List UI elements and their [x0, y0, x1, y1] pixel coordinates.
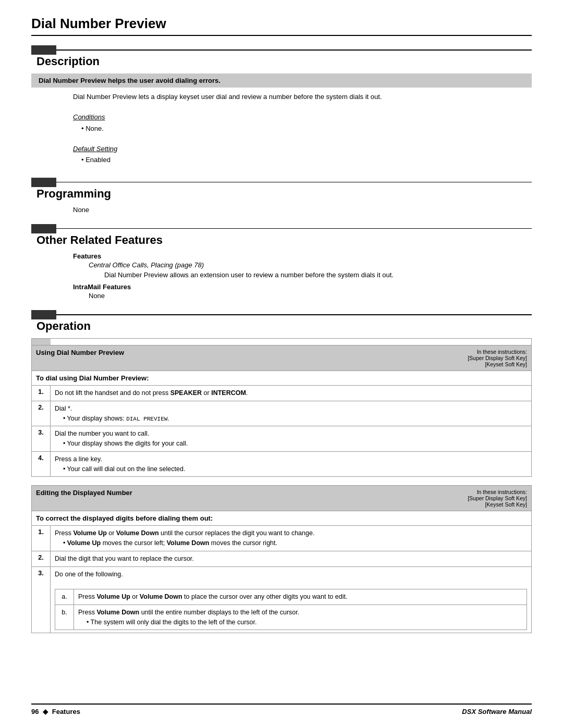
nested-b-content: Press Volume Down until the entire numbe…	[74, 604, 527, 630]
feature-desc: Dial Number Preview allows an extension …	[104, 270, 532, 280]
intercom-bold: INTERCOM	[211, 389, 246, 397]
using-dial-number-preview-table: Using Dial Number Preview In these instr…	[31, 338, 532, 477]
description-bar	[31, 45, 56, 55]
vol-down-bullet: Volume Down	[167, 539, 210, 547]
description-highlight: Dial Number Preview helps the user avoid…	[31, 73, 532, 88]
conditions-label: Conditions	[73, 112, 532, 122]
description-label: Description	[36, 55, 100, 68]
footer-left: 96 ◆ Features	[31, 708, 80, 715]
table1-header-main-cell	[32, 339, 51, 345]
default-enabled: • Enabled	[81, 155, 532, 165]
step4-num: 4.	[32, 451, 51, 477]
table2-step3: 3. Do one of the following. a. Press Vol…	[32, 566, 532, 633]
table1-header-note: In these instructions: [Super Display So…	[468, 349, 527, 367]
step3-num: 3.	[32, 426, 51, 452]
footer-right: DSX Software Manual	[462, 708, 532, 715]
step3-content: Dial the number you want to call. • Your…	[51, 426, 532, 452]
vol-down-1: Volume Down	[116, 529, 159, 537]
intramail-content: None	[89, 292, 532, 300]
description-body: Dial Number Preview lets a display keyse…	[73, 92, 532, 165]
table2-step1: 1. Press Volume Up or Volume Down until …	[32, 526, 532, 551]
vol-up-1: Volume Up	[73, 529, 106, 537]
footer-features: Features	[52, 708, 80, 715]
title-divider	[31, 35, 532, 36]
t2-step2-content: Dial the digit that you want to replace …	[51, 551, 532, 566]
table1-step4: 4. Press a line key. • Your call will di…	[32, 451, 532, 477]
table1-step1: 1. Do not lift the handset and do not pr…	[32, 386, 532, 401]
programming-label: Programming	[36, 187, 111, 200]
step4-content: Press a line key. • Your call will dial …	[51, 451, 532, 477]
table2-header-title: Editing the Displayed Number	[36, 489, 132, 497]
step1-num: 1.	[32, 386, 51, 401]
nested-step-a: a. Press Volume Up or Volume Down to pla…	[55, 589, 527, 605]
description-section: Description Dial Number Preview helps th…	[31, 45, 532, 167]
t2-step3-content: Do one of the following. a. Press Volume…	[51, 566, 532, 633]
page-title: Dial Number Preview	[31, 16, 532, 32]
vol-up-bullet: Volume Up	[67, 539, 101, 547]
feature-link: Central Office Calls, Placing (page 78)	[89, 261, 532, 269]
nested-a-letter: a.	[55, 589, 74, 605]
programming-header-top	[31, 178, 532, 187]
editing-displayed-number-table: Editing the Displayed Number In these in…	[31, 485, 532, 633]
table1-step2: 2. Dial *. • Your display shows: DIAL PR…	[32, 401, 532, 426]
operation-header: Operation	[31, 310, 532, 333]
table1-header-title: Using Dial Number Preview	[36, 349, 124, 356]
table2-header-combined-cell: Editing the Displayed Number In these in…	[32, 486, 532, 511]
operation-bar	[31, 310, 56, 319]
other-related-bar	[31, 224, 56, 233]
table2-step2: 2. Dial the digit that you want to repla…	[32, 551, 532, 566]
programming-section: Programming None	[31, 178, 532, 214]
feature-page: (page 78)	[175, 261, 204, 269]
table1-header-combined-cell: Using Dial Number Preview In these instr…	[32, 346, 532, 371]
table2-header-combined: Editing the Displayed Number In these in…	[32, 486, 532, 511]
intramail-label: IntraMail Features	[73, 283, 532, 291]
vol-down-a: Volume Down	[140, 593, 182, 600]
table1-subheader-cell: To dial using Dial Number Preview:	[32, 371, 532, 386]
other-related-header-top	[31, 224, 532, 233]
nested-a-content: Press Volume Up or Volume Down to place …	[74, 589, 527, 605]
other-related-label: Other Related Features	[36, 233, 163, 246]
table2-subheader: To correct the displayed digits before d…	[32, 511, 532, 526]
vol-up-a: Volume Up	[96, 593, 130, 600]
programming-bar	[31, 178, 56, 187]
features-subhead: Features	[73, 252, 532, 260]
operation-header-top	[31, 310, 532, 319]
speaker-bold: SPEAKER	[170, 389, 202, 397]
default-label: Default Setting	[73, 144, 532, 154]
other-related-header: Other Related Features	[31, 224, 532, 247]
footer-diamond: ◆	[43, 708, 48, 715]
description-hr	[56, 50, 532, 51]
vol-down-b: Volume Down	[96, 609, 139, 616]
conditions-none: • None.	[81, 124, 532, 134]
table1-subheader: To dial using Dial Number Preview:	[32, 371, 532, 386]
step2-content: Dial *. • Your display shows: DIAL PREVI…	[51, 401, 532, 426]
table1-step3: 3. Dial the number you want to call. • Y…	[32, 426, 532, 452]
table1-header-combined: Using Dial Number Preview In these instr…	[32, 346, 532, 371]
feature-link-text: Central Office Calls, Placing	[89, 261, 173, 269]
step2-num: 2.	[32, 401, 51, 426]
t2-step1-num: 1.	[32, 526, 51, 551]
description-header-top	[31, 45, 532, 55]
t2-step1-content: Press Volume Up or Volume Down until the…	[51, 526, 532, 551]
table2-header-note: In these instructions: [Super Display So…	[468, 489, 527, 508]
operation-label: Operation	[36, 319, 91, 332]
other-related-hr	[56, 228, 532, 229]
nested-b-letter: b.	[55, 604, 74, 630]
operation-hr	[56, 314, 532, 315]
table1-header-row	[32, 339, 532, 346]
footer-page-num: 96	[31, 708, 39, 715]
nested-steps-table: a. Press Volume Up or Volume Down to pla…	[55, 589, 527, 630]
operation-section: Operation Using Dial Number Preview In t…	[31, 310, 532, 641]
dial-preview-mono: DIAL PREVIEW	[126, 416, 167, 422]
nested-step-b: b. Press Volume Down until the entire nu…	[55, 604, 527, 630]
step1-content: Do not lift the handset and do not press…	[51, 386, 532, 401]
page-wrapper: Dial Number Preview Description Dial Num…	[0, 0, 563, 728]
programming-content: None	[73, 206, 532, 214]
programming-header: Programming	[31, 178, 532, 201]
t2-step3-num: 3.	[32, 566, 51, 633]
other-related-section: Other Related Features Features Central …	[31, 224, 532, 300]
page-footer: 96 ◆ Features DSX Software Manual	[31, 704, 532, 718]
programming-hr	[56, 182, 532, 183]
description-body-text: Dial Number Preview lets a display keyse…	[73, 93, 382, 101]
table2-subheader-cell: To correct the displayed digits before d…	[32, 511, 532, 526]
